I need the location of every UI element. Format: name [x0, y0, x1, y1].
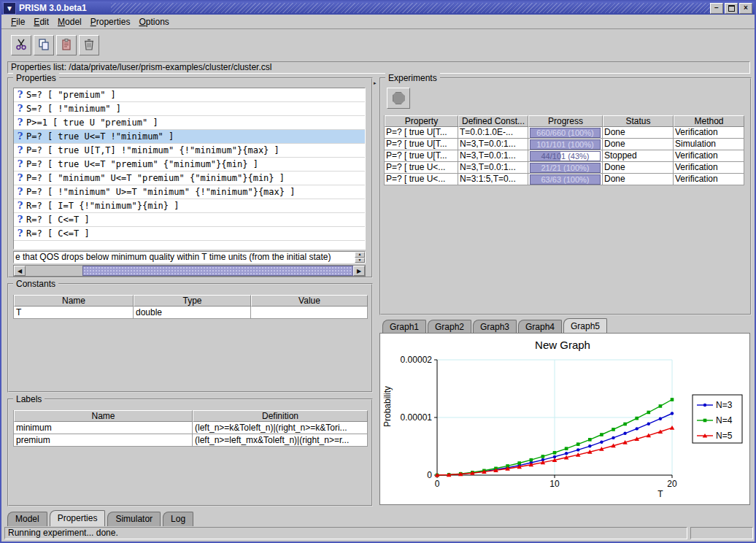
experiment-cell: P=? [ true U[T... — [385, 139, 458, 150]
property-formula: R=? [ C<=T ] — [26, 227, 90, 240]
cut-button[interactable] — [11, 35, 31, 55]
property-question-icon: ? — [14, 172, 26, 185]
scroll-left-icon[interactable]: ◀ — [14, 266, 26, 276]
column-header[interactable]: Defined Const... — [458, 115, 528, 127]
property-row[interactable]: ?P=? [ true U<=T "premium" {"minimum"}{m… — [14, 158, 365, 172]
property-row[interactable]: ?R=? [ I=T {!"minimum"}{min} ] — [14, 199, 365, 213]
experiment-cell: Verification — [674, 150, 744, 162]
column-header[interactable]: Status — [603, 115, 674, 127]
progress-bar: 101/101 (100%) — [530, 139, 601, 150]
experiment-row[interactable]: P=? [ true U[T...N=3,T=0.0:1...44/101 (4… — [385, 150, 744, 162]
experiment-cell: N=3,T=0.0:1... — [458, 139, 528, 150]
scrollbar-thumb[interactable] — [82, 266, 353, 276]
properties-list[interactable]: ?S=? [ "premium" ]?S=? [ !"minimum" ]?P>… — [13, 88, 366, 250]
minimize-button[interactable]: − — [710, 3, 723, 14]
svg-text:10: 10 — [549, 479, 560, 489]
column-header[interactable]: Progress — [528, 115, 603, 127]
progress-cell: 660/660 (100%) — [528, 127, 603, 139]
tab-log[interactable]: Log — [163, 512, 193, 526]
column-header[interactable]: Name — [14, 410, 193, 422]
property-question-icon: ? — [14, 199, 26, 212]
constants-table: NameTypeValueTdouble — [13, 295, 368, 319]
property-formula: S=? [ !"minimum" ] — [26, 102, 121, 115]
column-header[interactable]: Value — [251, 295, 368, 307]
menu-options[interactable]: Options — [139, 15, 169, 29]
progress-text: 101/101 (100%) — [531, 140, 600, 149]
stop-experiment-button[interactable] — [387, 88, 410, 109]
experiment-cell: P=? [ true U<... — [385, 174, 458, 185]
tab-graph2[interactable]: Graph2 — [428, 320, 471, 334]
property-formula: R=? [ C<=T ] — [26, 213, 90, 226]
property-row[interactable]: ?S=? [ "premium" ] — [14, 88, 365, 102]
chart-svg: 0102000.000010.00002TProbabilityNew Grap… — [380, 334, 748, 501]
svg-text:N=3: N=3 — [716, 400, 733, 410]
tab-properties[interactable]: Properties — [50, 510, 106, 526]
scrollbar-track[interactable] — [26, 266, 82, 276]
tab-graph3[interactable]: Graph3 — [473, 320, 517, 334]
close-button[interactable]: × — [739, 3, 752, 14]
property-question-icon: ? — [14, 144, 26, 157]
experiment-cell: Simulation — [674, 139, 744, 150]
delete-button[interactable] — [79, 35, 99, 55]
property-formula: R=? [ I=T {!"minimum"}{min} ] — [26, 199, 180, 212]
copy-button[interactable] — [34, 35, 54, 55]
menu-model[interactable]: Model — [58, 15, 82, 29]
progress-bar: 44/101 (43%) — [530, 151, 601, 161]
splitter-arrow-icon[interactable]: ▸ — [374, 80, 377, 85]
menu-bar: FileEditModelPropertiesOptions — [1, 15, 755, 29]
property-row[interactable]: ?S=? [ !"minimum" ] — [14, 102, 365, 116]
spinner-up-icon[interactable]: ▲ — [355, 252, 365, 258]
table-cell: (left_n>=left_mx&Toleft_n)|(right_n>=r..… — [193, 434, 368, 447]
panel-splitter[interactable]: ▸ — [373, 74, 379, 507]
property-comment-text: e that QOS drops below minimum quality w… — [15, 252, 331, 262]
column-header[interactable]: Type — [134, 295, 251, 307]
column-header[interactable]: Definition — [193, 410, 368, 422]
property-row[interactable]: ?P=? [ true U[T,T] !"minimum" {!"minimum… — [14, 144, 365, 158]
menu-edit[interactable]: Edit — [34, 15, 49, 29]
property-row[interactable]: ?P=? [ true U<=T !"minimum" ] — [14, 130, 365, 144]
property-row[interactable]: ?P>=1 [ true U "premium" ] — [14, 116, 365, 130]
tab-graph4[interactable]: Graph4 — [518, 320, 562, 334]
property-row[interactable]: ?P=? [ !"minimum" U>=T "minimum" {!"mini… — [14, 185, 365, 199]
property-formula: P=? [ true U<=T "premium" {"minimum"}{mi… — [26, 158, 258, 171]
spinner-down-icon[interactable]: ▼ — [355, 258, 365, 263]
menu-file[interactable]: File — [11, 15, 25, 29]
title-bar[interactable]: ▼ PRISM 3.0.beta1 − × — [1, 1, 755, 15]
property-question-icon: ? — [14, 213, 26, 226]
progress-bar: 660/660 (100%) — [530, 128, 601, 138]
experiment-cell: N=3,T=0.0:1... — [458, 150, 528, 162]
progress-text: 21/21 (100%) — [531, 163, 600, 172]
tab-model[interactable]: Model — [7, 512, 47, 526]
tab-graph5[interactable]: Graph5 — [563, 318, 607, 334]
experiment-row[interactable]: P=? [ true U<...N=3:1:5,T=0...63/63 (100… — [385, 174, 744, 185]
table-row[interactable]: Tdouble — [14, 307, 368, 319]
experiment-row[interactable]: P=? [ true U[T...N=3,T=0.0:1...101/101 (… — [385, 139, 744, 150]
experiment-cell: Done — [603, 162, 674, 174]
column-header[interactable]: Property — [385, 115, 458, 127]
scroll-right-icon[interactable]: ▶ — [353, 266, 365, 276]
chart-panel: 0102000.000010.00002TProbabilityNew Grap… — [379, 333, 750, 505]
experiment-row[interactable]: P=? [ true U[T...T=0.0:1.0E-...660/660 (… — [385, 127, 744, 139]
experiment-row[interactable]: P=? [ true U<...N=3,T=0.0:1...21/21 (100… — [385, 162, 744, 174]
property-question-icon: ? — [14, 185, 26, 199]
property-row[interactable]: ?R=? [ C<=T ] — [14, 227, 365, 241]
property-row[interactable]: ?R=? [ C<=T ] — [14, 213, 365, 227]
column-header[interactable]: Method — [674, 115, 744, 127]
window-menu-icon[interactable]: ▼ — [3, 2, 16, 15]
progress-text: 660/660 (100%) — [531, 128, 600, 137]
graph-tabs: Graph1Graph2Graph3Graph4Graph5 — [382, 318, 609, 333]
paste-button[interactable] — [56, 35, 77, 55]
maximize-button[interactable] — [725, 3, 738, 14]
menu-properties[interactable]: Properties — [90, 15, 131, 29]
tab-simulator[interactable]: Simulator — [107, 512, 161, 526]
properties-h-scrollbar[interactable]: ◀ ▶ — [13, 265, 366, 277]
table-row[interactable]: minimum(left_n>=k&Toleft_n)|(right_n>=k&… — [14, 422, 368, 434]
graph-pane: Graph1Graph2Graph3Graph4Graph5 0102000.0… — [379, 318, 752, 505]
table-row[interactable]: premium(left_n>=left_mx&Toleft_n)|(right… — [14, 434, 368, 447]
property-row[interactable]: ?P=? [ "minimum" U<=T "premium" {"minimu… — [14, 172, 365, 185]
progress-cell: 63/63 (100%) — [528, 174, 603, 185]
tab-graph1[interactable]: Graph1 — [382, 320, 426, 334]
properties-section: Properties ?S=? [ "premium" ]?S=? [ !"mi… — [7, 77, 373, 278]
column-header[interactable]: Name — [14, 295, 134, 307]
comment-spinner[interactable]: ▲ ▼ — [355, 252, 365, 263]
